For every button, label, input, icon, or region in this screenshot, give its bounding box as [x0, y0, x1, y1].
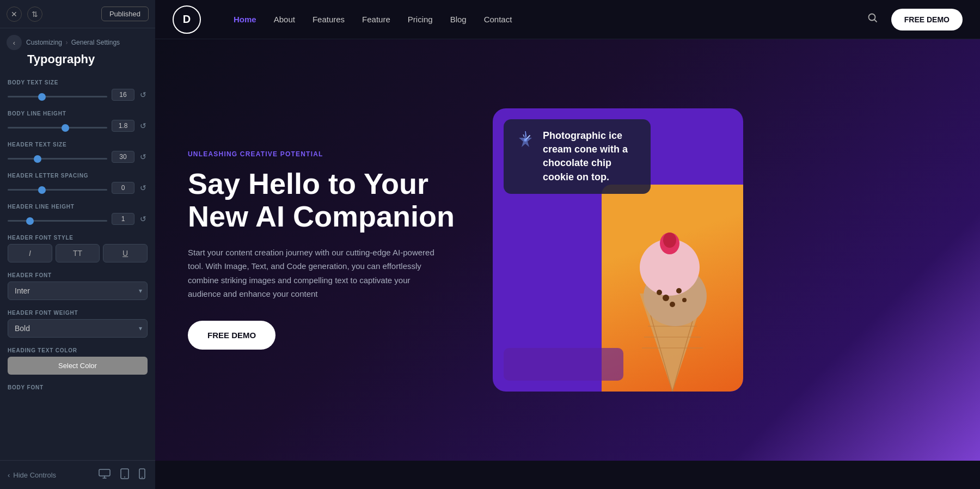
- header-letter-spacing-control: HEADER LETTER SPACING ↺: [8, 173, 148, 194]
- header-line-height-label: HEADER LINE HEIGHT: [8, 204, 148, 210]
- header-letter-spacing-label: HEADER LETTER SPACING: [8, 173, 148, 179]
- hero-cta-button[interactable]: FREE DEMO: [188, 321, 275, 350]
- hero-section: UNLEASHING CREATIVE POTENTIAL Say Hello …: [155, 39, 980, 461]
- select-color-button[interactable]: Select Color: [8, 357, 148, 375]
- hero-text-block: UNLEASHING CREATIVE POTENTIAL Say Hello …: [188, 150, 471, 350]
- header-font-weight-control: HEADER FONT WEIGHT Thin Light Regular Me…: [8, 310, 148, 338]
- panel-content: BODY TEXT SIZE ↺ BODY LINE HEIGHT ↺: [0, 74, 155, 460]
- body-text-size-input[interactable]: [112, 89, 134, 101]
- nav-item-feature[interactable]: Feature: [362, 15, 390, 25]
- ai-tooltip-text: Photographic ice cream cone with a choco…: [543, 129, 639, 184]
- header-letter-spacing-reset[interactable]: ↺: [139, 182, 148, 193]
- header-font-select[interactable]: Inter Roboto Open Sans Montserrat Lato: [8, 282, 148, 300]
- svg-point-20: [657, 290, 662, 295]
- svg-point-4: [142, 477, 143, 478]
- nav-item-contact[interactable]: Contact: [484, 15, 512, 25]
- body-line-height-control: BODY LINE HEIGHT ↺: [8, 111, 148, 132]
- body-line-height-label: BODY LINE HEIGHT: [8, 111, 148, 117]
- swap-button[interactable]: ⇅: [27, 7, 42, 22]
- tablet-view-button[interactable]: [118, 466, 131, 484]
- body-text-size-label: BODY TEXT SIZE: [8, 80, 148, 85]
- hero-ai-card: Photographic ice cream cone with a choco…: [493, 108, 743, 392]
- header-line-height-reset[interactable]: ↺: [139, 213, 148, 224]
- body-line-height-slider[interactable]: [8, 127, 107, 129]
- italic-button[interactable]: I: [8, 244, 52, 262]
- uppercase-button[interactable]: TT: [56, 244, 100, 262]
- header-text-size-label: HEADER TEXT SIZE: [8, 142, 148, 148]
- desktop-view-button[interactable]: [96, 466, 113, 484]
- nav-item-features[interactable]: Features: [313, 15, 345, 25]
- nav-links: Home About Features Feature Pricing Blog…: [234, 15, 862, 25]
- hero-body-text: Start your content creation journey with…: [188, 246, 438, 301]
- header-line-height-control: HEADER LINE HEIGHT ↺: [8, 204, 148, 225]
- header-line-height-input[interactable]: [112, 213, 134, 225]
- panel-topbar: ✕ ⇅ Published: [0, 0, 155, 28]
- body-font-control: BODY FONT: [8, 384, 148, 390]
- body-text-size-reset[interactable]: ↺: [139, 89, 148, 100]
- heading-text-color-control: HEADING TEXT COLOR Select Color: [8, 347, 148, 375]
- body-font-label: BODY FONT: [8, 384, 148, 390]
- body-text-size-control: BODY TEXT SIZE ↺: [8, 80, 148, 101]
- mobile-view-button[interactable]: [137, 466, 148, 484]
- panel-title: Typography: [0, 50, 155, 74]
- close-button[interactable]: ✕: [7, 7, 22, 22]
- body-line-height-reset[interactable]: ↺: [139, 120, 148, 131]
- hero-headline: Say Hello to Your New AI Companion: [188, 168, 471, 233]
- nav-demo-button[interactable]: FREE DEMO: [891, 9, 963, 30]
- header-font-style-control: HEADER FONT STYLE I TT U: [8, 235, 148, 262]
- header-letter-spacing-slider[interactable]: [8, 189, 107, 191]
- header-text-size-reset[interactable]: ↺: [139, 151, 148, 162]
- preview-area: D Home About Features Feature Pricing Bl…: [155, 0, 980, 489]
- svg-point-21: [682, 298, 687, 302]
- header-text-size-control: HEADER TEXT SIZE ↺: [8, 142, 148, 163]
- back-button[interactable]: ‹: [7, 35, 22, 50]
- header-text-size-input[interactable]: [112, 151, 134, 163]
- header-text-size-slider[interactable]: [8, 158, 107, 160]
- svg-point-18: [676, 288, 682, 294]
- svg-point-6: [524, 138, 527, 142]
- nav-item-blog[interactable]: Blog: [450, 15, 467, 25]
- published-button[interactable]: Published: [101, 7, 149, 21]
- customizer-panel: ✕ ⇅ Published ‹ Customizing › General Se…: [0, 0, 155, 489]
- header-font-style-label: HEADER FONT STYLE: [8, 235, 148, 241]
- svg-rect-0: [99, 469, 110, 476]
- body-text-size-slider[interactable]: [8, 96, 107, 97]
- header-font-control: HEADER FONT Inter Roboto Open Sans Monts…: [8, 272, 148, 300]
- svg-point-19: [670, 302, 675, 307]
- search-icon[interactable]: [867, 13, 878, 26]
- hero-tagline: UNLEASHING CREATIVE POTENTIAL: [188, 150, 471, 158]
- svg-point-2: [124, 476, 125, 478]
- svg-point-16: [663, 233, 676, 248]
- body-line-height-input[interactable]: [112, 120, 134, 132]
- nav-item-home[interactable]: Home: [234, 15, 256, 25]
- ai-tooltip: Photographic ice cream cone with a choco…: [504, 119, 651, 194]
- bottom-card-strip: [504, 348, 623, 381]
- header-line-height-slider[interactable]: [8, 220, 107, 222]
- header-font-weight-select[interactable]: Thin Light Regular Medium SemiBold Bold …: [8, 319, 148, 338]
- svg-point-17: [663, 295, 669, 301]
- nav-item-pricing[interactable]: Pricing: [408, 15, 433, 25]
- site-navbar: D Home About Features Feature Pricing Bl…: [155, 0, 980, 39]
- site-logo: D: [173, 5, 201, 34]
- hide-controls-button[interactable]: ‹ Hide Controls: [8, 471, 56, 479]
- star-icon: [516, 130, 535, 154]
- underline-button[interactable]: U: [103, 244, 148, 262]
- heading-text-color-label: HEADING TEXT COLOR: [8, 347, 148, 353]
- header-font-weight-label: HEADER FONT WEIGHT: [8, 310, 148, 316]
- nav-item-about[interactable]: About: [274, 15, 295, 25]
- header-letter-spacing-input[interactable]: [112, 182, 134, 194]
- header-font-label: HEADER FONT: [8, 272, 148, 278]
- panel-bottom-bar: ‹ Hide Controls: [0, 460, 155, 489]
- breadcrumb: Customizing › General Settings: [26, 39, 120, 46]
